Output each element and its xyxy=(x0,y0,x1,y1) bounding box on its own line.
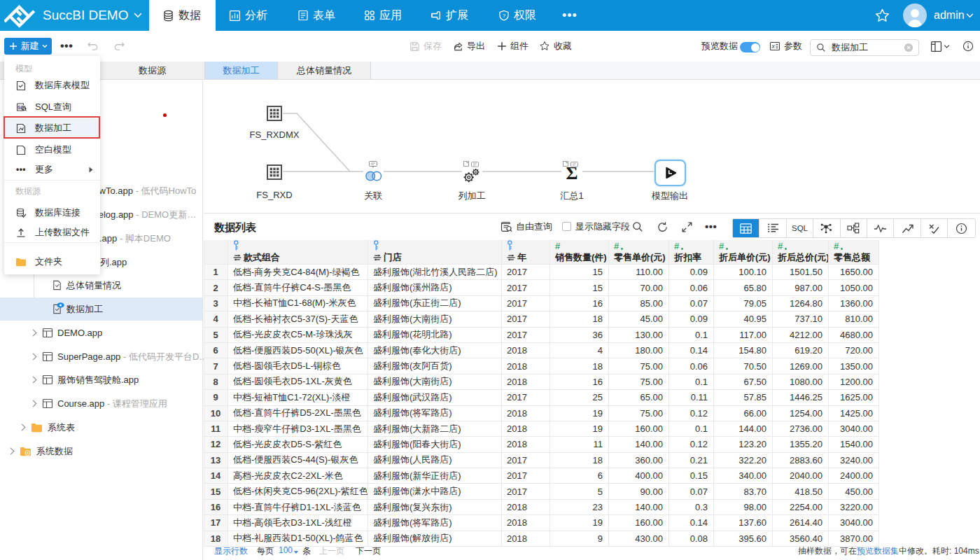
svg-text:x: x xyxy=(771,43,775,50)
svg-text:?: ? xyxy=(503,13,506,19)
